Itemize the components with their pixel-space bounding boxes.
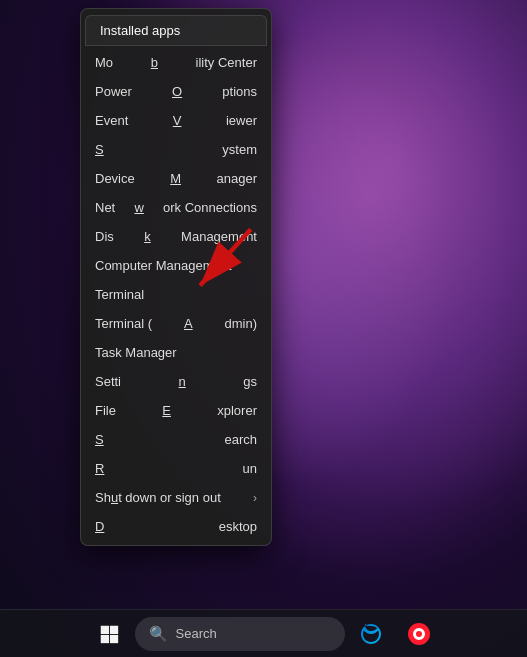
menu-item-run[interactable]: Run — [81, 454, 271, 483]
menu-item-device-manager[interactable]: Device Manager — [81, 164, 271, 193]
taskbar-search-label: Search — [176, 626, 217, 641]
menu-item-event-viewer[interactable]: Event Viewer — [81, 106, 271, 135]
menu-item-system[interactable]: System — [81, 135, 271, 164]
menu-item-task-manager[interactable]: Task Manager — [81, 338, 271, 367]
opera-icon — [408, 623, 430, 645]
svg-line-1 — [200, 229, 251, 285]
edge-icon — [359, 622, 383, 646]
underline-a: p — [159, 23, 166, 38]
taskbar-search[interactable]: 🔍 Search — [135, 617, 345, 651]
menu-item-power-options[interactable]: Power Options — [81, 77, 271, 106]
menu-item-shut-down[interactable]: Shut down or sign out › — [81, 483, 271, 512]
menu-item-mobility-center[interactable]: Mobility Center — [81, 48, 271, 77]
submenu-arrow-icon: › — [253, 491, 257, 505]
windows-logo-icon — [98, 623, 120, 645]
taskbar: 🔍 Search — [0, 609, 527, 657]
menu-item-search[interactable]: Search — [81, 425, 271, 454]
opera-button[interactable] — [397, 612, 441, 656]
menu-header[interactable]: Installed apps — [85, 15, 267, 46]
menu-item-terminal-admin[interactable]: Terminal (Admin) — [81, 309, 271, 338]
menu-item-desktop[interactable]: Desktop — [81, 512, 271, 541]
annotation-arrow — [172, 218, 262, 308]
taskbar-search-icon: 🔍 — [149, 625, 168, 643]
start-button[interactable] — [87, 612, 131, 656]
menu-item-settings[interactable]: Settings — [81, 367, 271, 396]
edge-button[interactable] — [349, 612, 393, 656]
menu-item-file-explorer[interactable]: File Explorer — [81, 396, 271, 425]
